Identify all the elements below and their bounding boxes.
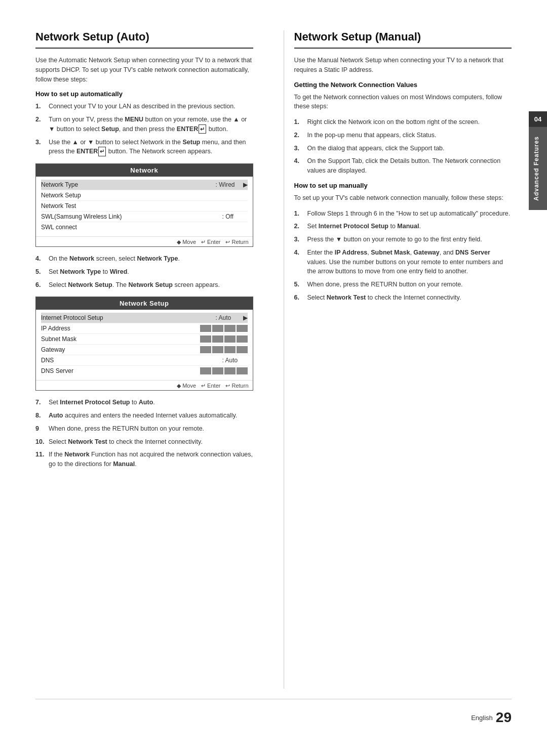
pixel-5: [200, 335, 211, 343]
steps-final: 7. Set Internet Protocol Setup to Auto. …: [35, 398, 253, 469]
network-nav-bar: ◆ Move ↵ Enter ↩ Return: [36, 236, 253, 246]
manual-step-3-num: 3.: [294, 235, 303, 244]
netsetup-subnet-pixels: [200, 335, 248, 343]
network-ui-header: Network: [36, 164, 253, 177]
auto-step-1-text: Connect your TV to your LAN as described…: [49, 102, 253, 111]
pixel-10: [212, 346, 223, 353]
netsetup-dnsserver-pixels: [200, 367, 248, 374]
netsetup-row-ips: Internet Protocol Setup : Auto ▶: [41, 313, 248, 323]
pixel-14: [212, 367, 223, 374]
network-nav-move: ◆ Move: [177, 239, 196, 245]
side-tab-container: 04 Advanced Features: [529, 111, 547, 210]
content-area: Network Setup (Auto) Use the Automatic N…: [35, 30, 512, 689]
gv-step-4: 4. On the Support Tab, click the Details…: [294, 156, 512, 176]
right-column: Network Setup (Manual) Use the Manual Ne…: [284, 30, 512, 689]
step-7-num: 7.: [35, 398, 45, 407]
netsetup-dns-label: DNS: [41, 357, 222, 364]
gv-step-2-text: In the pop-up menu that appears, click S…: [307, 131, 512, 140]
manual-step-4-text: Enter the IP Address, Subnet Mask, Gatew…: [307, 248, 512, 276]
how-manually-intro: To set up your TV's cable network connec…: [294, 193, 512, 203]
auto-step-1-num: 1.: [35, 102, 45, 111]
step-8-text: Auto acquires and enters the needed Inte…: [49, 411, 253, 421]
network-setup-label: Network Setup: [41, 192, 248, 199]
netsetup-nav-move: ◆ Move: [177, 383, 196, 389]
step-9-text: When done, press the RETURN button on yo…: [49, 424, 253, 434]
manual-step-5: 5. When done, press the RETURN button on…: [294, 280, 512, 289]
page: Network Setup (Auto) Use the Automatic N…: [0, 0, 547, 756]
manual-step-5-num: 5.: [294, 280, 303, 289]
netsetup-gateway-label: Gateway: [41, 346, 198, 353]
netsetup-row-ip: IP Address: [41, 323, 248, 334]
netsetup-ip-pixels: [200, 325, 248, 332]
network-ui-box: Network Network Type : Wired ▶ Network S…: [35, 163, 253, 247]
step-10-num: 10.: [35, 437, 45, 447]
manual-step-3-text: Press the ▼ button on your remote to go …: [307, 235, 512, 244]
network-swl-value: : Off: [222, 213, 248, 220]
network-swl-label: SWL(Samsung Wireless Link): [41, 213, 222, 220]
manual-step-4-num: 4.: [294, 248, 303, 276]
auto-step-2: 2. Turn on your TV, press the MENU butto…: [35, 115, 253, 134]
manual-step-2: 2. Set Internet Protocol Setup to Manual…: [294, 222, 512, 231]
network-nav-return: ↩ Return: [225, 239, 248, 245]
netsetup-nav-enter: ↵ Enter: [201, 383, 220, 389]
pixel-4: [237, 325, 248, 332]
gv-step-2-num: 2.: [294, 131, 303, 140]
step-7: 7. Set Internet Protocol Setup to Auto.: [35, 398, 253, 407]
manual-step-5-text: When done, press the RETURN button on yo…: [307, 280, 512, 289]
gv-step-2: 2. In the pop-up menu that appears, clic…: [294, 131, 512, 140]
step-10-text: Select Network Test to check the Interne…: [49, 437, 253, 447]
getting-values-steps: 1. Right click the Network icon on the b…: [294, 117, 512, 176]
netsetup-row-dnsserver: DNS Server: [41, 366, 248, 376]
auto-step-1: 1. Connect your TV to your LAN as descri…: [35, 102, 253, 111]
network-type-value: : Wired: [216, 181, 241, 188]
pixel-8: [237, 335, 248, 343]
netsetup-gateway-pixels: [200, 346, 248, 353]
netsetup-dns-value: : Auto: [222, 357, 248, 364]
pixel-15: [224, 367, 236, 374]
manual-steps: 1. Follow Steps 1 through 6 in the "How …: [294, 209, 512, 303]
network-nav-enter: ↵ Enter: [201, 239, 220, 245]
network-type-label: Network Type: [41, 181, 216, 188]
pixel-3: [224, 325, 236, 332]
footer-number: 29: [496, 709, 512, 726]
manual-step-2-text: Set Internet Protocol Setup to Manual.: [307, 222, 512, 231]
netsetup-dnsserver-label: DNS Server: [41, 367, 198, 374]
step-11: 11. If the Network Function has not acqu…: [35, 450, 253, 469]
manual-step-1-num: 1.: [294, 209, 303, 219]
auto-steps-list: 1. Connect your TV to your LAN as descri…: [35, 102, 253, 156]
netsetup-row-subnet: Subnet Mask: [41, 334, 248, 345]
auto-step-3: 3. Use the ▲ or ▼ button to select Netwo…: [35, 138, 253, 157]
left-intro: Use the Automatic Network Setup when con…: [35, 56, 253, 84]
pixel-12: [237, 346, 248, 353]
step-8-num: 8.: [35, 411, 45, 421]
left-column: Network Setup (Auto) Use the Automatic N…: [35, 30, 263, 689]
netsetup-row-gateway: Gateway: [41, 345, 248, 355]
step-4: 4. On the Network screen, select Network…: [35, 254, 253, 264]
pixel-6: [212, 335, 223, 343]
step-5-text: Set Network Type to Wired.: [49, 267, 253, 277]
how-manually-title: How to set up manually: [294, 182, 512, 189]
pixel-7: [224, 335, 236, 343]
step-6: 6. Select Network Setup. The Network Set…: [35, 280, 253, 290]
gv-step-1-num: 1.: [294, 117, 303, 127]
side-tab-label: Advanced Features: [529, 127, 547, 210]
auto-subsection-title: How to set up automatically: [35, 90, 253, 98]
steps-after-network: 4. On the Network screen, select Network…: [35, 254, 253, 289]
getting-values-title: Getting the Network Connection Values: [294, 81, 512, 89]
manual-step-4: 4. Enter the IP Address, Subnet Mask, Ga…: [294, 248, 512, 276]
network-row-type: Network Type : Wired ▶: [41, 180, 248, 190]
gv-step-4-text: On the Support Tab, click the Details bu…: [307, 156, 512, 176]
pixel-13: [200, 367, 211, 374]
step-6-text: Select Network Setup. The Network Setup …: [49, 280, 253, 290]
network-swlconnect-label: SWL connect: [41, 224, 248, 231]
pixel-1: [200, 325, 211, 332]
network-row-setup: Network Setup: [41, 190, 248, 201]
network-row-test: Network Test: [41, 201, 248, 212]
network-type-arrow: ▶: [243, 181, 248, 188]
manual-step-6: 6. Select Network Test to check the Inte…: [294, 293, 512, 303]
pixel-11: [224, 346, 236, 353]
left-section-title: Network Setup (Auto): [35, 30, 253, 49]
step-8: 8. Auto acquires and enters the needed I…: [35, 411, 253, 421]
side-tab-number: 04: [529, 111, 547, 127]
right-section-title: Network Setup (Manual): [294, 30, 512, 49]
